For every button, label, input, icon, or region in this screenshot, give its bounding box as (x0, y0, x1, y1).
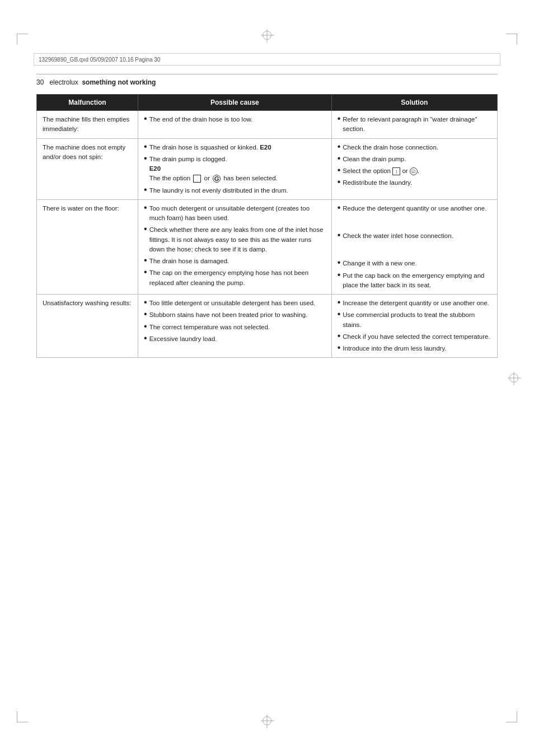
cause-item: • The drain hose is damaged. (144, 256, 326, 266)
solution-item: • Select the option ↕ or ☑. (338, 166, 491, 176)
page: 132969890_GB.qxd 05/09/2007 10.16 Pagina… (0, 0, 534, 756)
cause-cell: • Too much detergent or unsuitable deter… (138, 199, 332, 294)
crop-mark-top-right (506, 34, 517, 45)
table-row: The machine does not empty and/or does n… (37, 138, 498, 199)
crop-mark-top-left (17, 34, 28, 45)
col-header-solution: Solution (331, 95, 497, 111)
bullet-icon: • (338, 310, 341, 319)
solution-cell: • Increase the detergent quantity or use… (331, 295, 497, 358)
cause-cell: • The drain hose is squashed or kinked. … (138, 138, 332, 199)
malfunction-cell: The machine does not empty and/or does n… (37, 138, 138, 199)
bullet-icon: • (144, 334, 147, 343)
solution-text: Reduce the detergent quantity or use ano… (343, 204, 486, 213)
solution-item: • Check the drain hose connection. (338, 143, 491, 152)
bullet-icon: • (144, 298, 147, 307)
solution-text: Check the drain hose connection. (343, 143, 438, 152)
col-header-cause: Possible cause (138, 95, 332, 111)
cause-item: • Stubborn stains have not been treated … (144, 310, 326, 320)
malfunction-cell: There is water on the floor: (37, 199, 138, 294)
bullet-icon: • (144, 114, 147, 123)
cause-item: • The cap on the emergency emptying hose… (144, 268, 326, 288)
bullet-icon: • (144, 154, 147, 163)
bullet-icon: • (338, 142, 341, 151)
header-code: 132969890_GB.qxd 05/09/2007 10.16 Pagina… (39, 57, 160, 63)
solution-text: Check if you have selected the correct t… (343, 332, 490, 342)
main-content: 30 electrolux something not working Malf… (36, 78, 498, 358)
col-header-malfunction: Malfunction (37, 95, 138, 111)
malfunction-text: There is water on the floor: (43, 205, 119, 212)
solution-text: Put the cap back on the emergency emptyi… (343, 271, 491, 291)
bullet-icon: • (338, 298, 341, 307)
page-number: 30 (36, 78, 44, 86)
solution-item: • Reduce the detergent quantity or use a… (338, 204, 491, 213)
cause-item: • The laundry is not evenly distributed … (144, 186, 326, 195)
solution-item: • Check the water inlet hose connection. (338, 231, 491, 241)
cause-text: The laundry is not evenly distributed in… (149, 186, 288, 195)
cause-text: Check whether there are any leaks from o… (149, 225, 326, 254)
section-title: something not working (82, 78, 156, 86)
cause-item: • The end of the drain hose is too low. (144, 115, 326, 124)
cause-text: Stubborn stains have not been treated pr… (149, 310, 308, 320)
table-row: The machine fills then empties immediate… (37, 111, 498, 139)
cause-text: The correct temperature was not selected… (149, 323, 270, 332)
solution-text: Use commercial products to treat the stu… (343, 310, 491, 330)
option-updown-icon: ↕ (392, 167, 400, 175)
solution-item: • Use commercial products to treat the s… (338, 310, 491, 330)
solution-item: • Clean the drain pump. (338, 155, 491, 164)
bullet-icon: • (144, 256, 147, 265)
header-bar: 132969890_GB.qxd 05/09/2007 10.16 Pagina… (34, 53, 500, 66)
option-spin-icon: ☑ (410, 167, 418, 175)
solution-cell: • Check the drain hose connection. • Cle… (331, 138, 497, 199)
option-circle-g-icon: G (213, 175, 221, 183)
bullet-icon: • (338, 166, 341, 175)
solution-item: • Increase the detergent quantity or use… (338, 298, 491, 308)
crop-mark-bottom-left (17, 711, 28, 722)
cause-text: The drain hose is damaged. (149, 256, 229, 266)
solution-item: • Refer to relevant paragraph in "water … (338, 115, 491, 134)
registration-mark-bottom (263, 716, 271, 725)
bullet-icon: • (338, 270, 341, 279)
cause-text: The end of the drain hose is too low. (149, 115, 253, 124)
solution-item: • Change it with a new one. (338, 259, 491, 268)
cause-item: • Excessive laundry load. (144, 334, 326, 344)
top-separator-line (36, 74, 498, 74)
solution-text: Select the option ↕ or ☑. (343, 166, 419, 176)
cause-text: Too little detergent or unsuitable deter… (149, 298, 316, 308)
malfunction-cell: Unsatisfactory washing results: (37, 295, 138, 358)
table-row: Unsatisfactory washing results: • Too li… (37, 295, 498, 358)
cause-item: • The drain pump is clogged.E20 The the … (144, 155, 326, 184)
solution-text: Change it with a new one. (343, 259, 416, 268)
brand-name: electrolux (49, 78, 78, 86)
bullet-icon: • (144, 203, 147, 212)
bullet-icon: • (338, 332, 341, 340)
solution-item: • Redistribute the laundry. (338, 178, 491, 188)
cause-text: The cap on the emergency emptying hose h… (149, 268, 326, 288)
cause-item: • Too much detergent or unsuitable deter… (144, 204, 326, 223)
solution-text: Increase the detergent quantity or use a… (343, 298, 489, 308)
bullet-icon: • (144, 322, 147, 331)
bullet-icon: • (144, 142, 147, 151)
solution-cell: • Reduce the detergent quantity or use a… (331, 199, 497, 294)
malfunction-text: The machine does not empty and/or does n… (43, 144, 125, 160)
cause-cell: • The end of the drain hose is too low. (138, 111, 332, 139)
cause-text: The drain pump is clogged.E20 The the op… (149, 155, 278, 184)
bullet-icon: • (338, 114, 341, 123)
malfunction-cell: The machine fills then empties immediate… (37, 111, 138, 139)
bullet-icon: • (338, 203, 341, 212)
solution-item: • Check if you have selected the correct… (338, 332, 491, 342)
bullet-icon: • (144, 310, 147, 319)
cause-text: Too much detergent or unsuitable deterge… (149, 204, 326, 223)
bullet-icon: • (144, 185, 147, 194)
bullet-icon: • (338, 343, 341, 352)
cause-item: • The correct temperature was not select… (144, 323, 326, 332)
cause-text: The drain hose is squashed or kinked. E2… (149, 143, 271, 152)
solution-text: Refer to relevant paragraph in "water dr… (343, 115, 491, 134)
bullet-icon: • (338, 231, 341, 240)
table-row: There is water on the floor: • Too much … (37, 199, 498, 294)
cause-item: • Too little detergent or unsuitable det… (144, 298, 326, 308)
solution-text: Clean the drain pump. (343, 155, 406, 164)
bullet-icon: • (338, 178, 341, 186)
solution-text: Redistribute the laundry. (343, 178, 412, 188)
solution-item: • Introduce into the drum less laundry. (338, 344, 491, 353)
malfunction-text: Unsatisfactory washing results: (43, 300, 132, 306)
